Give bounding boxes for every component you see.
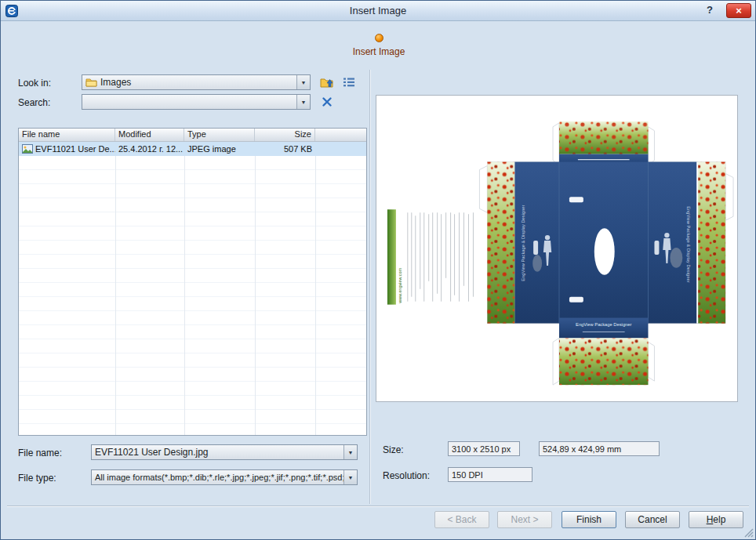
- resolution-label: Resolution:: [383, 470, 430, 481]
- preview-pane: www.engview.com: [376, 95, 738, 402]
- column-divider: [115, 142, 116, 435]
- column-header-size[interactable]: Size: [255, 129, 315, 141]
- column-header-filler: [315, 129, 366, 141]
- size-px-field: 3100 x 2510 px: [448, 441, 520, 456]
- file-type-value: All image formats(*.bmp;*.dib;*.rle;*.jp…: [92, 473, 343, 482]
- file-row-selected[interactable]: EVF11021 User De... 25.4.2012 г. 12... J…: [19, 142, 366, 156]
- step-dot-icon: [375, 34, 383, 42]
- chevron-down-icon: ▼: [348, 475, 354, 480]
- file-modified-cell: 25.4.2012 г. 12...: [115, 144, 184, 154]
- cancel-button[interactable]: Cancel: [625, 511, 680, 528]
- back-button[interactable]: < Back: [434, 511, 489, 528]
- file-name-dropdown-button[interactable]: ▼: [343, 445, 357, 459]
- file-list: File name Modified Type Size EVF11021 Us…: [18, 128, 367, 436]
- footer-separator: [7, 506, 749, 507]
- chevron-down-icon: ▼: [301, 100, 307, 105]
- search-combobox[interactable]: ▼: [82, 94, 311, 110]
- file-type-label: File type:: [18, 473, 56, 484]
- column-header-modified[interactable]: Modified: [115, 129, 184, 141]
- folder-icon: [82, 78, 97, 87]
- help-button[interactable]: Help: [689, 511, 743, 528]
- file-list-empty-area[interactable]: [19, 156, 366, 435]
- column-divider: [184, 142, 185, 435]
- file-name-cell: EVF11021 User De...: [35, 144, 115, 154]
- search-dropdown-button[interactable]: ▼: [296, 95, 310, 109]
- file-size-cell: 507 KB: [255, 144, 315, 154]
- size-mm-field: 524,89 x 424,99 mm: [539, 441, 660, 456]
- look-in-value: Images: [97, 77, 296, 88]
- close-button[interactable]: ×: [726, 3, 751, 18]
- file-type-combobox[interactable]: All image formats(*.bmp;*.dib;*.rle;*.jp…: [91, 469, 358, 485]
- titlebar[interactable]: Insert Image ? ×: [1, 1, 755, 21]
- svg-text:EngView Package & Display Desi: EngView Package & Display Designer: [686, 206, 691, 282]
- resolution-value: 150 DPI: [452, 470, 483, 480]
- look-in-label: Look in:: [18, 78, 51, 89]
- svg-text:EngView Package & Display Desi: EngView Package & Display Designer: [521, 205, 525, 281]
- svg-text:www.engview.com: www.engview.com: [398, 268, 402, 304]
- help-title-button[interactable]: ?: [702, 4, 718, 18]
- view-menu-button[interactable]: [340, 74, 358, 91]
- insert-image-dialog: Insert Image ? × Insert Image Look in: I…: [0, 0, 756, 540]
- chevron-down-icon: ▼: [348, 450, 354, 455]
- column-header-type[interactable]: Type: [184, 129, 255, 141]
- clear-x-icon: [322, 96, 333, 107]
- column-divider: [255, 142, 256, 435]
- size-px-value: 3100 x 2510 px: [452, 444, 511, 454]
- step-label: Insert Image: [300, 46, 457, 57]
- chevron-down-icon: ▼: [301, 80, 307, 85]
- close-icon: ×: [727, 4, 751, 17]
- up-one-level-button[interactable]: [318, 74, 336, 91]
- image-file-icon: [22, 144, 33, 154]
- file-type-dropdown-button[interactable]: ▼: [343, 470, 357, 484]
- resize-grip[interactable]: [743, 527, 754, 538]
- next-button[interactable]: Next >: [497, 511, 552, 528]
- window-title: Insert Image: [1, 5, 755, 16]
- list-view-icon: [343, 77, 355, 88]
- svg-text:EngView Package Designer: EngView Package Designer: [576, 322, 631, 327]
- column-header-file-name[interactable]: File name: [19, 129, 115, 141]
- column-divider: [315, 142, 316, 435]
- finish-button[interactable]: Finish: [562, 511, 616, 528]
- size-mm-value: 524,89 x 424,99 mm: [543, 444, 621, 454]
- file-name-input[interactable]: EVF11021 User Design.jpg: [92, 447, 343, 458]
- file-type-cell: JPEG image: [184, 144, 255, 154]
- panel-divider: [369, 70, 371, 504]
- resolution-field: 150 DPI: [448, 467, 532, 482]
- preview-artwork: www.engview.com: [376, 96, 737, 401]
- up-folder-icon: [320, 76, 334, 89]
- look-in-dropdown-button[interactable]: ▼: [296, 75, 310, 89]
- look-in-combobox[interactable]: Images ▼: [82, 74, 311, 90]
- file-list-header: File name Modified Type Size: [19, 129, 366, 142]
- file-name-combobox[interactable]: EVF11021 User Design.jpg ▼: [91, 444, 358, 460]
- size-label: Size:: [383, 444, 404, 455]
- file-name-label: File name:: [18, 448, 62, 458]
- clear-search-button[interactable]: [318, 93, 336, 111]
- search-label: Search:: [18, 97, 50, 108]
